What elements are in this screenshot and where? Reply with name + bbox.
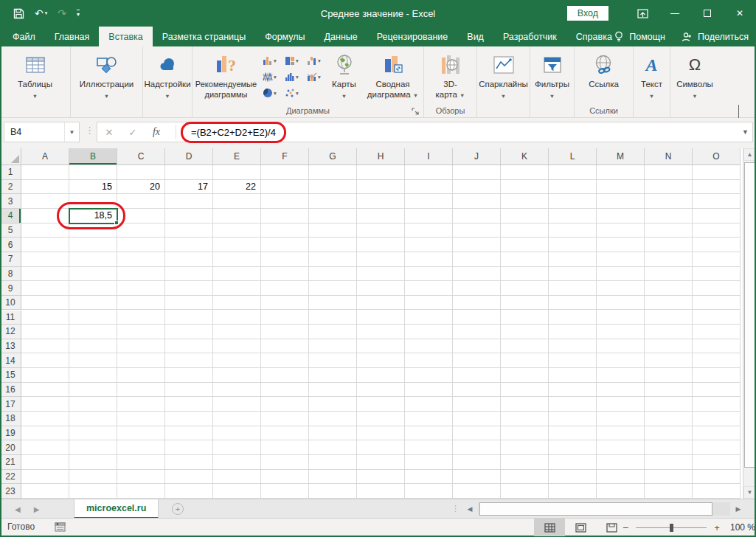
zoom-slider[interactable] (636, 527, 707, 528)
ribbon-tab[interactable]: Справка (566, 27, 622, 46)
cell-E2[interactable]: 22 (213, 180, 260, 194)
collapse-ribbon-icon[interactable] (738, 105, 746, 113)
sign-in-button[interactable]: Вход (567, 6, 608, 21)
row-header-11[interactable]: 11 (0, 311, 21, 325)
row-header-22[interactable]: 22 (0, 470, 21, 485)
cell-C2[interactable]: 20 (117, 180, 164, 194)
zoom-slider-handle[interactable] (670, 524, 673, 532)
cell-B2[interactable]: 15 (69, 180, 116, 194)
normal-view-button[interactable] (534, 519, 565, 536)
expand-formula-bar-icon[interactable]: ▼ (742, 128, 749, 136)
row-header-16[interactable]: 16 (0, 383, 21, 398)
column-header-D[interactable]: D (165, 148, 213, 165)
row-header-4[interactable]: 4 (0, 209, 21, 224)
zoom-in-icon[interactable]: + (710, 522, 724, 533)
column-header-M[interactable]: M (597, 148, 645, 165)
maximize-button[interactable] (691, 0, 724, 27)
ribbon-tab[interactable]: Формулы (255, 27, 314, 46)
formula-bar[interactable]: ✕ ✓ fx =(B2+C2+D2+E2)/4 (97, 122, 753, 142)
cells-area[interactable] (21, 165, 741, 499)
zoom-out-icon[interactable]: − (618, 522, 633, 533)
row-header-17[interactable]: 17 (0, 397, 21, 412)
cancel-icon[interactable]: ✕ (97, 127, 121, 138)
minimize-button[interactable]: — (659, 0, 691, 27)
text-button[interactable]: A Текст ▼ (638, 51, 665, 103)
pivot-chart-button[interactable]: Сводная диаграмма ▼ (364, 51, 423, 102)
scatter-chart-button[interactable]: ▾ (281, 85, 303, 101)
column-header-F[interactable]: F (261, 148, 309, 165)
column-header-N[interactable]: N (645, 148, 693, 165)
pie-chart-button[interactable]: ▾ (259, 85, 281, 101)
row-header-15[interactable]: 15 (0, 368, 21, 383)
scroll-left-icon[interactable]: ◀ (463, 502, 476, 516)
cell-D2[interactable]: 17 (165, 180, 212, 194)
sparklines-button[interactable]: Спарклайны ▼ (476, 51, 531, 103)
insert-function-icon[interactable]: fx (145, 126, 168, 138)
sheet-prev-icon[interactable]: ◀ (15, 505, 21, 513)
zoom-level[interactable]: 100 % (730, 522, 755, 533)
symbols-button[interactable]: Ω Символы ▼ (673, 51, 716, 103)
chevron-down-icon[interactable]: ▼ (64, 122, 79, 142)
column-header-K[interactable]: K (501, 148, 549, 165)
column-header-I[interactable]: I (405, 148, 453, 165)
waterfall-chart-button[interactable]: ▾ (303, 52, 325, 69)
column-header-H[interactable]: H (357, 148, 405, 165)
column-header-L[interactable]: L (549, 148, 597, 165)
ribbon-tab[interactable]: Разметка страницы (153, 27, 255, 46)
row-header-7[interactable]: 7 (0, 252, 21, 267)
row-header-5[interactable]: 5 (0, 224, 21, 238)
addins-button[interactable]: Надстройки ▼ (141, 51, 193, 103)
maps-button[interactable]: Карты ▼ (325, 51, 364, 103)
column-header-J[interactable]: J (453, 148, 501, 165)
row-header-14[interactable]: 14 (0, 353, 21, 368)
horizontal-scroll-thumb[interactable] (479, 502, 712, 516)
row-header-2[interactable]: 2 (0, 180, 21, 195)
scrollbar-resize-handle[interactable]: ⋮ (451, 504, 460, 513)
vertical-scroll-thumb[interactable] (744, 162, 755, 468)
row-header-8[interactable]: 8 (0, 267, 21, 282)
row-header-18[interactable]: 18 (0, 412, 21, 426)
formula-bar-splitter[interactable]: ⋮ (85, 125, 94, 136)
add-sheet-icon[interactable]: + (172, 503, 184, 515)
column-header-G[interactable]: G (309, 148, 357, 165)
select-all-corner[interactable] (0, 148, 21, 165)
sheet-next-icon[interactable]: ▶ (34, 505, 40, 513)
histogram-chart-button[interactable]: ▾ (281, 69, 303, 85)
macro-record-icon[interactable] (55, 522, 66, 534)
row-header-13[interactable]: 13 (0, 339, 21, 354)
ribbon-tab[interactable]: Разработчик (493, 27, 566, 46)
close-button[interactable]: ✕ (724, 0, 756, 27)
combo-chart-button[interactable]: ▾ (303, 69, 325, 85)
assistant-tab[interactable]: Помощн (629, 32, 665, 42)
column-header-C[interactable]: C (117, 148, 165, 165)
row-header-23[interactable]: 23 (0, 484, 21, 499)
enter-icon[interactable]: ✓ (121, 127, 145, 138)
row-header-20[interactable]: 20 (0, 440, 21, 455)
ribbon-display-options-icon[interactable] (626, 0, 659, 27)
column-header-O[interactable]: O (693, 148, 741, 165)
sheet-tab[interactable]: microexcel.ru (74, 499, 159, 519)
line-chart-button[interactable]: ▾ (259, 69, 281, 85)
cell-B4[interactable]: 18,5 (69, 209, 116, 223)
ribbon-tab[interactable]: Вставка (99, 27, 152, 46)
row-header-19[interactable]: 19 (0, 426, 21, 441)
ribbon-tab[interactable]: Главная (45, 27, 100, 46)
formula-text[interactable]: =(B2+C2+D2+E2)/4 (181, 127, 276, 138)
illustrations-button[interactable]: Иллюстрации ▼ (77, 51, 137, 103)
tables-button[interactable]: Таблицы ▼ (15, 51, 55, 103)
map-3d-button[interactable]: 3D-карта ▼ (431, 51, 470, 102)
name-box[interactable]: B4 ▼ (4, 122, 80, 142)
hierarchy-chart-button[interactable]: ▾ (281, 52, 303, 69)
page-layout-view-button[interactable] (565, 519, 596, 536)
recommended-charts-button[interactable]: ? Рекомендуемые диаграммы (194, 51, 259, 101)
row-header-21[interactable]: 21 (0, 455, 21, 470)
row-header-3[interactable]: 3 (0, 194, 21, 209)
row-header-6[interactable]: 6 (0, 238, 21, 252)
scroll-right-icon[interactable]: ▶ (732, 502, 745, 516)
column-header-B[interactable]: B (69, 148, 117, 165)
ribbon-tab[interactable]: Рецензирование (367, 27, 458, 46)
ribbon-tab[interactable]: Данные (315, 27, 367, 46)
row-header-12[interactable]: 12 (0, 325, 21, 339)
dialog-launcher-icon[interactable] (412, 105, 420, 114)
filters-button[interactable]: Фильтры ▼ (532, 51, 572, 103)
